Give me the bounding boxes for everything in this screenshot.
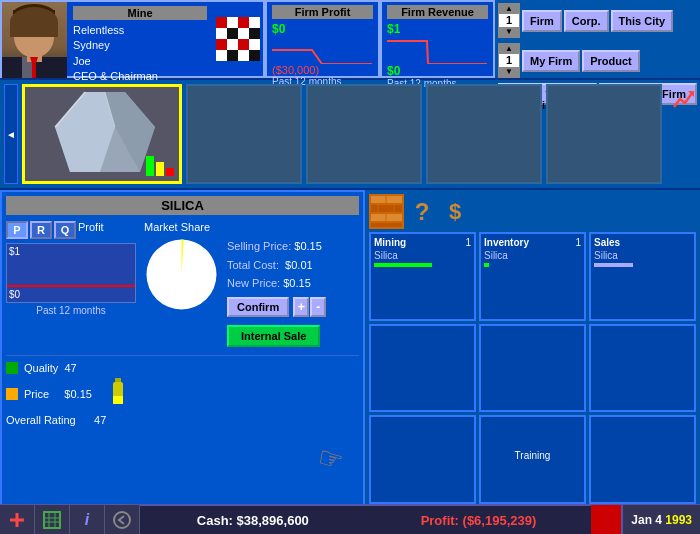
product-slot-3[interactable]: [306, 84, 422, 184]
internal-sale-button[interactable]: Internal Sale: [227, 325, 320, 347]
firm-revenue-title: Firm Revenue: [387, 5, 488, 19]
btn-product[interactable]: Product: [582, 50, 640, 72]
svg-rect-11: [32, 57, 36, 78]
svg-point-9: [40, 28, 44, 32]
svg-point-3: [14, 8, 54, 56]
p-btn[interactable]: P: [6, 221, 28, 239]
help-icon[interactable]: ?: [407, 197, 437, 227]
my-firm-num-display: 1: [499, 54, 519, 67]
product-slot-2[interactable]: [186, 84, 302, 184]
my-firm-stepper[interactable]: ▲ 1 ▼: [498, 43, 520, 78]
mini-bar-chart: [146, 156, 174, 176]
resource-icon: [369, 194, 404, 229]
module-empty-2[interactable]: [369, 415, 476, 504]
price-info: Selling Price: $0.15 Total Cost: $0.01 N…: [227, 237, 326, 347]
prev-product-arrow[interactable]: ◄: [4, 84, 18, 184]
svg-point-6: [22, 27, 30, 33]
r-btn[interactable]: R: [30, 221, 52, 239]
firm-profit-box: Firm Profit $0 ($30,000) Past 12 months: [265, 0, 380, 78]
svg-point-7: [38, 27, 46, 33]
svg-point-8: [24, 28, 28, 32]
status-icon-map[interactable]: [35, 505, 70, 534]
svg-rect-20: [216, 39, 227, 50]
selling-price-value: $0.15: [294, 240, 322, 252]
module-empty-4[interactable]: Training: [479, 415, 586, 504]
dollar-icon[interactable]: $: [440, 197, 470, 227]
status-date: Jan 4 1993: [621, 505, 700, 534]
right-panel: ? $ Mining 1 Silica: [365, 190, 700, 508]
cash-label: Cash:: [197, 513, 233, 528]
overall-value: 47: [94, 414, 106, 426]
svg-rect-22: [238, 39, 249, 50]
mining-num: 1: [465, 237, 471, 250]
firm-revenue-box: Firm Revenue $1 $0 Past 12 months: [380, 0, 495, 78]
date-value: Jan 4: [631, 513, 662, 527]
price-row-label: Price: [24, 388, 49, 400]
sales-box[interactable]: Sales Silica: [589, 232, 696, 321]
status-icon-back[interactable]: [105, 505, 140, 534]
svg-rect-13: [227, 17, 238, 28]
total-cost-label: Total Cost:: [227, 259, 279, 271]
svg-rect-25: [227, 50, 238, 61]
btn-my-firm[interactable]: My Firm: [522, 50, 580, 72]
btn-firm[interactable]: Firm: [522, 10, 562, 32]
overall-row: Overall Rating 47: [6, 414, 359, 426]
trend-icon-area: [666, 84, 696, 184]
confirm-row: Confirm + -: [227, 293, 326, 321]
my-firm-stepper-up[interactable]: ▲: [499, 44, 519, 54]
firm-stepper-down[interactable]: ▼: [499, 27, 519, 37]
status-icon-info[interactable]: i: [70, 505, 105, 534]
q-btn[interactable]: Q: [54, 221, 76, 239]
year-value: 1993: [665, 513, 692, 527]
company-logo: [213, 2, 263, 76]
total-cost-value: $0.01: [285, 259, 313, 271]
my-firm-stepper-down[interactable]: ▼: [499, 67, 519, 77]
inventory-box[interactable]: Inventory 1 Silica: [479, 232, 586, 321]
profit-tab-label: Profit: [78, 221, 104, 239]
btn-corp[interactable]: Corp.: [564, 10, 609, 32]
inventory-col: Inventory 1 Silica Training: [479, 232, 586, 504]
red-indicator-bar: [591, 505, 621, 534]
product-image-box[interactable]: [22, 84, 182, 184]
module-empty-6[interactable]: [589, 415, 696, 504]
market-share-label: Market Share: [144, 221, 359, 233]
svg-rect-26: [238, 50, 249, 61]
firm-stepper-up[interactable]: ▲: [499, 4, 519, 14]
svg-rect-39: [113, 396, 123, 404]
price-row-value: $0.15: [64, 388, 92, 400]
btn-this-city[interactable]: This City: [611, 10, 673, 32]
market-share-section: Market Share Selling Price: $0.15: [144, 221, 359, 347]
silica-bottom: Quality 47 Price $0.15 Overall Ratin: [6, 355, 359, 426]
confirm-button[interactable]: Confirm: [227, 297, 289, 317]
price-row: Price $0.15: [6, 378, 359, 410]
prq-section: P R Q Profit $1 $0 Past 12 months: [6, 221, 136, 347]
product-slot-5[interactable]: [546, 84, 662, 184]
status-icon-tools[interactable]: [0, 505, 35, 534]
svg-rect-18: [238, 28, 249, 39]
module-empty-1[interactable]: [369, 324, 476, 413]
quality-dot: [6, 362, 18, 374]
firm-stepper[interactable]: ▲ 1 ▼: [498, 3, 520, 38]
svg-rect-51: [44, 512, 60, 528]
svg-rect-16: [216, 28, 227, 39]
profile-info: Mine Relentless Sydney Joe CEO & Chairma…: [67, 2, 213, 76]
plus-btn[interactable]: +: [293, 297, 309, 317]
trend-up-icon: [672, 89, 694, 113]
inventory-bar: [484, 263, 489, 267]
module-empty-3[interactable]: [479, 324, 586, 413]
chart-period: Past 12 months: [6, 305, 136, 316]
mining-box[interactable]: Mining 1 Silica: [369, 232, 476, 321]
svg-rect-21: [227, 39, 238, 50]
profit-label: Profit:: [421, 513, 459, 528]
inventory-sub: Silica: [484, 250, 581, 261]
status-profit: Profit: ($6,195,239): [366, 513, 592, 528]
module-empty-5[interactable]: [589, 324, 696, 413]
status-cash: Cash: $38,896,600: [140, 513, 366, 528]
svg-rect-37: [115, 378, 121, 382]
modules-grid: Mining 1 Silica Inventory 1 Silica: [369, 232, 696, 504]
overall-label: Overall Rating: [6, 414, 76, 426]
product-slot-4[interactable]: [426, 84, 542, 184]
minus-btn[interactable]: -: [310, 297, 326, 317]
firm-profit-value: $0: [272, 22, 373, 36]
hand-cursor-icon: ☞: [314, 440, 347, 478]
